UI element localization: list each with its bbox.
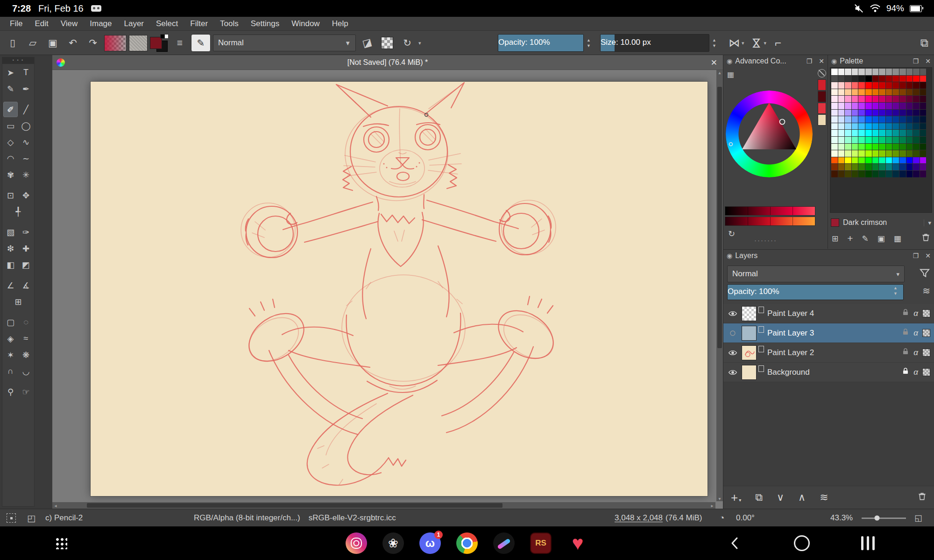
palette-swatch[interactable] xyxy=(906,150,913,157)
palette-swatch[interactable] xyxy=(906,123,913,130)
palette-swatch[interactable] xyxy=(906,130,913,136)
layer-thumbnail[interactable] xyxy=(742,326,757,341)
layer-opacity-spinner[interactable]: ▲▼ xyxy=(893,286,898,296)
palette-swatch[interactable] xyxy=(865,110,872,116)
palette-swatch[interactable] xyxy=(845,96,851,102)
image-dimensions[interactable]: 3,048 x 2,048 xyxy=(615,513,663,523)
palette-swatch[interactable] xyxy=(838,82,845,89)
zoom-slider[interactable] xyxy=(862,518,906,519)
save-icon[interactable]: ▣ xyxy=(44,34,62,52)
palette-swatch[interactable] xyxy=(886,130,892,136)
move-layer-down-button[interactable]: ∨ xyxy=(777,491,784,504)
palette-swatch[interactable] xyxy=(913,157,920,164)
palette-swatch[interactable] xyxy=(872,82,879,89)
gradient-tool[interactable]: ▧ xyxy=(3,224,18,240)
visibility-on-icon[interactable] xyxy=(727,348,738,357)
palette-swatch[interactable] xyxy=(845,130,851,136)
palette-swatch[interactable] xyxy=(886,123,892,130)
palette-swatch[interactable] xyxy=(852,144,858,150)
polygon-tool[interactable]: ◇ xyxy=(3,134,18,150)
bezier-selection-tool[interactable]: ◡ xyxy=(19,364,33,379)
palette-swatch[interactable] xyxy=(899,82,906,89)
palette-swatch[interactable] xyxy=(899,157,906,164)
menu-item-file[interactable]: File xyxy=(4,18,28,30)
palette-swatch[interactable] xyxy=(858,110,865,116)
palette-swatch[interactable] xyxy=(913,144,920,150)
canvas-rotation-icon[interactable]: ◔ xyxy=(719,509,724,527)
palette-swatch[interactable] xyxy=(920,144,927,150)
gradient-chooser[interactable] xyxy=(104,35,127,51)
layer-properties-button[interactable]: ≋ xyxy=(820,491,828,504)
rectangular-selection-tool[interactable]: ▢ xyxy=(3,315,18,330)
palette-swatch[interactable] xyxy=(858,164,865,170)
recent-color-swatch[interactable] xyxy=(818,79,826,91)
palette-swatch[interactable] xyxy=(845,137,851,143)
docker-pin-icon[interactable]: ◉ xyxy=(727,252,732,259)
palette-swatch[interactable] xyxy=(838,123,845,130)
palette-swatch[interactable] xyxy=(886,89,892,96)
palette-swatch[interactable] xyxy=(831,82,838,89)
palette-swatch[interactable] xyxy=(865,96,872,102)
heart-app-icon[interactable]: ♥ xyxy=(567,532,588,554)
docker-resize-handle[interactable]: ······· xyxy=(754,236,777,244)
palette-swatch[interactable] xyxy=(852,157,858,164)
palette-swatch[interactable] xyxy=(852,82,858,89)
visibility-on-icon[interactable] xyxy=(727,309,738,318)
palette-swatch[interactable] xyxy=(879,137,885,143)
palette-swatch[interactable] xyxy=(906,110,913,116)
palette-swatch[interactable] xyxy=(913,164,920,170)
palette-swatch[interactable] xyxy=(865,89,872,96)
bezier-curve-tool[interactable]: ◠ xyxy=(3,151,18,166)
multibrush-tool[interactable]: ✳ xyxy=(19,167,33,182)
palette-swatch[interactable] xyxy=(831,150,838,157)
palette-swatch[interactable] xyxy=(852,110,858,116)
palette-swatch[interactable] xyxy=(892,150,899,157)
palette-swatch[interactable] xyxy=(913,137,920,143)
palette-swatch[interactable] xyxy=(858,157,865,164)
palette-swatch[interactable] xyxy=(886,137,892,143)
palette-swatch[interactable] xyxy=(831,144,838,150)
palette-swatch[interactable] xyxy=(913,123,920,130)
palette-swatch[interactable] xyxy=(879,164,885,170)
palette-swatch[interactable] xyxy=(892,96,899,102)
palette-swatch[interactable] xyxy=(906,96,913,102)
palette-swatch[interactable] xyxy=(913,89,920,96)
palette-swatch[interactable] xyxy=(865,171,872,177)
duplicate-layer-button[interactable]: ⧉ xyxy=(755,491,763,504)
menu-item-select[interactable]: Select xyxy=(150,18,184,30)
visibility-off-icon[interactable] xyxy=(727,329,738,338)
palette-swatch[interactable] xyxy=(899,116,906,123)
blending-mode-dropdown[interactable]: Normal▼ xyxy=(213,35,356,51)
palette-swatch[interactable] xyxy=(899,137,906,143)
rectangle-tool[interactable]: ▭ xyxy=(3,118,18,133)
filter-icon[interactable] xyxy=(919,267,930,279)
preserve-alpha-icon[interactable] xyxy=(378,34,396,52)
mirror-vertical-caret[interactable]: ▾ xyxy=(764,40,767,46)
palette-swatch[interactable] xyxy=(913,150,920,157)
palette-swatch[interactable] xyxy=(920,116,927,123)
palette-swatch[interactable] xyxy=(838,110,845,116)
palette-swatch[interactable] xyxy=(852,96,858,102)
redo-icon[interactable]: ↷ xyxy=(84,34,102,52)
pattern-chooser[interactable] xyxy=(129,35,148,51)
palette-swatch[interactable] xyxy=(886,110,892,116)
docker-pin-icon[interactable]: ◉ xyxy=(727,57,732,65)
inherit-alpha-icon[interactable] xyxy=(922,368,930,376)
menu-item-layer[interactable]: Layer xyxy=(118,18,150,30)
palette-swatch[interactable] xyxy=(899,164,906,170)
palette-swatch[interactable] xyxy=(865,123,872,130)
open-image-icon[interactable]: ▱ xyxy=(24,34,42,52)
smart-patch-tool[interactable]: ✚ xyxy=(19,241,33,256)
recent-color-swatch[interactable] xyxy=(818,91,826,102)
palette-view-icon[interactable]: ▦ xyxy=(894,234,901,244)
palette-swatch[interactable] xyxy=(920,157,927,164)
palette-swatch[interactable] xyxy=(865,137,872,143)
inherit-alpha-icon[interactable] xyxy=(922,349,930,357)
palette-swatch[interactable] xyxy=(858,144,865,150)
palette-swatch[interactable] xyxy=(858,130,865,136)
eraser-mode-icon[interactable]: ◪ xyxy=(356,32,378,54)
pan-tool[interactable]: ☞ xyxy=(19,384,33,399)
brush-settings-icon[interactable]: ≡ xyxy=(171,34,189,52)
vertical-scrollbar[interactable]: ▴ ▾ xyxy=(716,70,723,501)
palette-swatch[interactable] xyxy=(852,130,858,136)
